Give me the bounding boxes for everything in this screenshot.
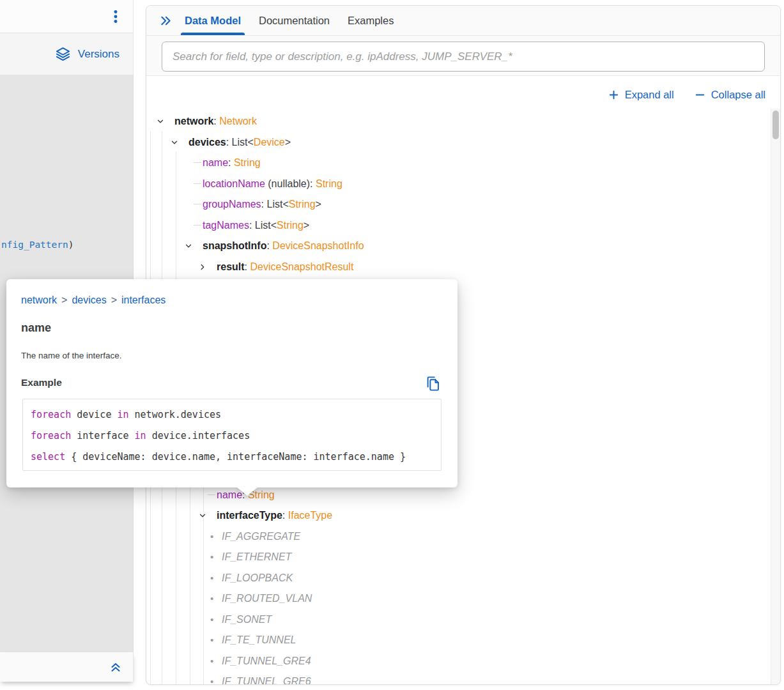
tree-row-label: IF_TUNNEL_GRE4	[222, 650, 311, 671]
tree-row-label: snapshotInfo: DeviceSnapshotInfo	[203, 235, 364, 256]
tree-row-label: result: DeviceSnapshotResult	[217, 256, 353, 277]
bullet-icon: •	[210, 567, 213, 588]
breadcrumb-link[interactable]: devices	[72, 295, 106, 305]
collapse-panel-button[interactable]	[158, 13, 173, 27]
tab-label: Data Model	[185, 15, 241, 27]
bullet-icon: •	[210, 609, 213, 630]
tree-row[interactable]: tagNames: List<String>	[146, 215, 769, 236]
tree-row[interactable]: interfaceType: IfaceType	[146, 505, 769, 526]
bullet-icon: •	[210, 546, 213, 567]
scrollbar-track[interactable]	[771, 109, 780, 684]
tab-label: Documentation	[259, 15, 330, 27]
chevron-down-icon	[170, 138, 179, 147]
versions-button[interactable]: Versions	[0, 33, 134, 75]
tree-expander[interactable]	[197, 256, 208, 277]
tree-expander[interactable]	[155, 111, 165, 132]
tree-row[interactable]: network: Network	[146, 111, 769, 132]
bullet-icon: •	[210, 629, 213, 650]
chevron-down-icon	[198, 511, 207, 520]
tree-row[interactable]: name: String	[146, 152, 769, 173]
tree-row-label: name: String	[203, 152, 261, 173]
tree-row-label: IF_TE_TUNNEL	[222, 629, 296, 650]
copy-button[interactable]	[423, 374, 442, 393]
editor-collapse-button[interactable]	[106, 657, 125, 677]
left-toolbar	[0, 0, 134, 33]
tree-row-label: IF_ETHERNET	[222, 546, 291, 567]
tree-row-label: interfaceType: IfaceType	[217, 505, 332, 526]
panel-header: Data Model Documentation Examples	[146, 6, 780, 76]
tree-row-label: tagNames: List<String>	[203, 215, 309, 236]
tree-row[interactable]: •IF_ETHERNET	[146, 546, 769, 567]
tree-row[interactable]: •IF_ROUTED_VLAN	[146, 588, 769, 609]
code-line: foreach interface in device.interfaces	[31, 425, 441, 447]
tree-row[interactable]: •IF_LOOPBACK	[146, 567, 769, 588]
tree-row-label: devices: List<Device>	[188, 132, 291, 153]
app-root: Versions nfig_Pattern)	[0, 0, 784, 690]
tab-bar: Data Model Documentation Examples	[146, 6, 780, 36]
tree-row-label: locationName (nullable): String	[203, 173, 342, 194]
copy-icon	[424, 375, 442, 392]
chevron-down-icon	[184, 241, 193, 250]
versions-label: Versions	[78, 48, 119, 61]
tree-row-label: IF_SONET	[222, 609, 272, 630]
chevron-down-icon	[156, 117, 165, 126]
tree-row[interactable]: •IF_TUNNEL_GRE6	[146, 671, 769, 685]
tree-expander[interactable]	[197, 505, 208, 526]
code-fragment: nfig_Pattern)	[1, 240, 74, 250]
tree-row[interactable]: •IF_TE_TUNNEL	[146, 629, 769, 650]
breadcrumb-link[interactable]: network	[21, 295, 57, 305]
tree-row[interactable]: groupNames: List<String>	[146, 194, 769, 215]
breadcrumb-separator: >	[61, 295, 67, 305]
code-line: select { deviceName: device.name, interf…	[31, 447, 441, 468]
breadcrumb-separator: >	[111, 295, 117, 305]
editor-footer	[0, 652, 134, 682]
kebab-menu-icon	[107, 8, 124, 26]
example-code-block: foreach device in network.devicesforeach…	[22, 399, 442, 471]
tree-row-label: network: Network	[174, 111, 257, 132]
breadcrumb-link[interactable]: interfaces	[121, 295, 165, 305]
search-input[interactable]	[162, 42, 765, 72]
tab-data-model[interactable]: Data Model	[183, 6, 242, 35]
kebab-menu-button[interactable]	[106, 7, 125, 26]
field-tooltip: network>devices>interfaces name The name…	[6, 279, 457, 487]
tree-row[interactable]: result: DeviceSnapshotResult	[146, 256, 769, 277]
double-chevron-up-icon	[109, 660, 123, 674]
bullet-icon: •	[210, 588, 213, 609]
tree-row[interactable]: snapshotInfo: DeviceSnapshotInfo	[146, 235, 769, 256]
branch-dash	[194, 204, 201, 204]
bullet-icon: •	[210, 671, 213, 685]
tree-row[interactable]: •IF_SONET	[146, 609, 769, 630]
branch-dash	[194, 162, 201, 163]
tree-row[interactable]: •IF_TUNNEL_GRE4	[146, 650, 769, 671]
scrollbar-thumb[interactable]	[772, 111, 779, 139]
code-line: foreach device in network.devices	[31, 404, 441, 425]
example-heading: Example	[21, 377, 62, 388]
double-chevron-right-icon	[159, 14, 173, 27]
tree-expander[interactable]	[183, 235, 194, 256]
tooltip-title: name	[21, 321, 51, 335]
tree-row-label: IF_AGGREGATE	[222, 526, 300, 547]
tooltip-description: The name of the interface.	[21, 351, 122, 360]
tree-row-label: groupNames: List<String>	[203, 194, 321, 215]
tree-row-label: IF_ROUTED_VLAN	[222, 588, 312, 609]
branch-dash	[194, 183, 201, 184]
bullet-icon: •	[210, 650, 213, 671]
active-tab-underline	[181, 33, 245, 35]
tree-row-label: IF_TUNNEL_GRE6	[222, 671, 311, 685]
tab-documentation[interactable]: Documentation	[257, 6, 331, 35]
tree-row[interactable]: •IF_AGGREGATE	[146, 526, 769, 547]
layers-icon	[55, 46, 71, 62]
branch-dash	[194, 225, 201, 226]
tab-label: Examples	[348, 15, 394, 27]
bullet-icon: •	[210, 526, 213, 547]
tab-examples[interactable]: Examples	[346, 6, 395, 35]
tree-expander[interactable]	[169, 132, 180, 153]
tooltip-breadcrumb: network>devices>interfaces	[21, 295, 165, 306]
tree-row[interactable]: locationName (nullable): String	[146, 173, 769, 194]
tooltip-caret	[236, 487, 258, 496]
tree-row-label: IF_LOOPBACK	[222, 567, 293, 588]
branch-dash	[208, 494, 215, 495]
chevron-right-icon	[198, 263, 207, 272]
tree-row[interactable]: devices: List<Device>	[146, 132, 769, 153]
